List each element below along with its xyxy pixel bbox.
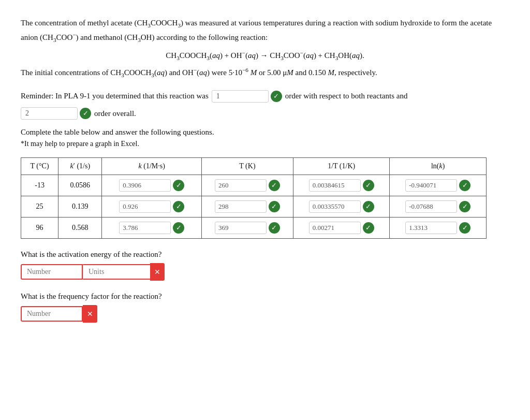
cell-temp-c-2: 96 bbox=[21, 218, 58, 239]
check-inv-t-2: ✓ bbox=[363, 222, 374, 234]
frequency-factor-number-input[interactable] bbox=[21, 306, 83, 322]
input-inv-t-1[interactable] bbox=[309, 200, 361, 213]
check-k-2: ✓ bbox=[173, 222, 184, 234]
input-lnk-2[interactable] bbox=[405, 222, 457, 234]
input-inv-t-2[interactable] bbox=[309, 222, 361, 234]
initial-conc-text: The initial concentrations of CH3COOCH3(… bbox=[21, 65, 509, 80]
activation-energy-number-input[interactable] bbox=[21, 264, 83, 280]
reminder-text-middle: order with respect to both reactants and bbox=[285, 89, 408, 103]
order1-input-wrap: ✓ bbox=[212, 90, 282, 103]
input-tk-1[interactable] bbox=[215, 200, 267, 213]
frequency-factor-clear-button[interactable]: ✕ bbox=[83, 305, 97, 323]
check-inv-t-1: ✓ bbox=[363, 201, 374, 212]
data-table: T (°C) k′ (1/s) k (1/M·s) T (K) 1/T (1/K… bbox=[21, 157, 487, 239]
table-row: 250.139✓✓✓✓ bbox=[21, 196, 487, 218]
instructions-line1: Complete the table below and answer the … bbox=[21, 128, 509, 137]
cell-lnk-2: ✓ bbox=[390, 218, 487, 239]
cell-kprime-2: 0.568 bbox=[58, 218, 102, 239]
activation-energy-question: What is the activation energy of the rea… bbox=[21, 250, 509, 259]
activation-energy-section: What is the activation energy of the rea… bbox=[21, 250, 509, 281]
cell-inv-t-1: ✓ bbox=[293, 196, 390, 218]
cell-lnk-0: ✓ bbox=[390, 175, 487, 196]
cell-tk-0: ✓ bbox=[201, 175, 293, 196]
input-tk-2[interactable] bbox=[215, 222, 267, 234]
check-k-0: ✓ bbox=[173, 180, 184, 191]
col-header-lnk: ln(k) bbox=[390, 158, 487, 175]
check-tk-0: ✓ bbox=[269, 180, 280, 191]
reminder-text-before: Reminder: In PLA 9-1 you determined that… bbox=[21, 89, 209, 103]
activation-energy-units-input[interactable] bbox=[83, 264, 150, 280]
cell-inv-t-0: ✓ bbox=[293, 175, 390, 196]
intro-section: The concentration of methyl acetate (CH3… bbox=[21, 17, 509, 80]
col-header-temp-c: T (°C) bbox=[21, 158, 58, 175]
input-lnk-0[interactable] bbox=[405, 179, 457, 192]
input-k-0[interactable] bbox=[119, 179, 171, 192]
cell-k-1: ✓ bbox=[102, 196, 202, 218]
cell-lnk-1: ✓ bbox=[390, 196, 487, 218]
instructions-section: Complete the table below and answer the … bbox=[21, 128, 509, 148]
cell-kprime-0: 0.0586 bbox=[58, 175, 102, 196]
cell-tk-2: ✓ bbox=[201, 218, 293, 239]
cell-inv-t-2: ✓ bbox=[293, 218, 390, 239]
order2-check-icon: ✓ bbox=[80, 108, 91, 119]
order-overall-line: ✓ order overall. bbox=[21, 107, 509, 120]
col-header-tk: T (K) bbox=[201, 158, 293, 175]
cell-tk-1: ✓ bbox=[201, 196, 293, 218]
instructions-line2: *It may help to prepare a graph in Excel… bbox=[21, 140, 509, 148]
activation-energy-clear-button[interactable]: ✕ bbox=[150, 263, 165, 281]
reaction-equation: CH3COOCH3(aq) + OH−(aq) → CH3COO−(aq) + … bbox=[21, 50, 509, 61]
order2-input[interactable] bbox=[21, 107, 78, 120]
check-k-1: ✓ bbox=[173, 201, 184, 212]
input-inv-t-0[interactable] bbox=[309, 179, 361, 192]
input-tk-0[interactable] bbox=[215, 179, 267, 192]
input-lnk-1[interactable] bbox=[405, 200, 457, 213]
intro-paragraph-1: The concentration of methyl acetate (CH3… bbox=[21, 17, 509, 45]
reminder-line: Reminder: In PLA 9-1 you determined that… bbox=[21, 89, 509, 103]
cell-k-2: ✓ bbox=[102, 218, 202, 239]
frequency-factor-section: What is the frequency factor for the rea… bbox=[21, 292, 509, 323]
check-tk-2: ✓ bbox=[269, 222, 280, 234]
col-header-k: k (1/M·s) bbox=[102, 158, 202, 175]
check-lnk-2: ✓ bbox=[459, 222, 470, 234]
col-header-inv-t: 1/T (1/K) bbox=[293, 158, 390, 175]
check-tk-1: ✓ bbox=[269, 201, 280, 212]
cell-temp-c-0: -13 bbox=[21, 175, 58, 196]
order2-input-wrap: ✓ bbox=[21, 107, 91, 120]
cell-temp-c-1: 25 bbox=[21, 196, 58, 218]
frequency-factor-answer-row: ✕ bbox=[21, 305, 509, 323]
activation-energy-answer-row: ✕ bbox=[21, 263, 509, 281]
order1-check-icon: ✓ bbox=[271, 91, 282, 102]
frequency-factor-question: What is the frequency factor for the rea… bbox=[21, 292, 509, 301]
cell-k-0: ✓ bbox=[102, 175, 202, 196]
col-header-kprime: k′ (1/s) bbox=[58, 158, 102, 175]
input-k-2[interactable] bbox=[119, 222, 171, 234]
cell-kprime-1: 0.139 bbox=[58, 196, 102, 218]
reminder-text-after: order overall. bbox=[94, 109, 136, 118]
order1-input[interactable] bbox=[212, 90, 269, 103]
check-lnk-1: ✓ bbox=[459, 201, 470, 212]
check-inv-t-0: ✓ bbox=[363, 180, 374, 191]
input-k-1[interactable] bbox=[119, 200, 171, 213]
check-lnk-0: ✓ bbox=[459, 180, 470, 191]
table-row: -130.0586✓✓✓✓ bbox=[21, 175, 487, 196]
table-row: 960.568✓✓✓✓ bbox=[21, 218, 487, 239]
